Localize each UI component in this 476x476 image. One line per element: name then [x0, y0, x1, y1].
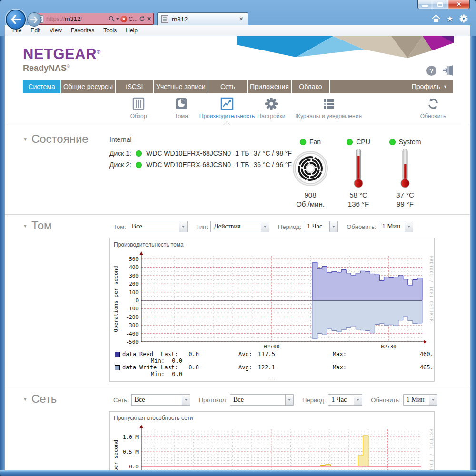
back-arrow-icon	[10, 15, 21, 24]
network-select[interactable]: Все	[131, 394, 190, 406]
window-minimize-button[interactable]	[417, 0, 432, 9]
tab-title: rn312	[172, 16, 188, 23]
refresh-icon	[426, 97, 440, 110]
refresh-select[interactable]: 1 Мин	[379, 221, 413, 232]
chevron-down-icon: ▼	[443, 84, 447, 89]
search-dropdown-caret-icon[interactable]	[116, 18, 119, 20]
address-bar[interactable]: https://rn312/ ✕ C... ✕	[33, 13, 154, 25]
browser-tab[interactable]: rn312 ✕	[157, 12, 248, 25]
chevron-down-icon	[182, 395, 190, 405]
divider	[5, 214, 470, 215]
address-path: /	[80, 15, 82, 22]
network-chart: Пропускная способность сети 1.0 M0.5 M0.…	[109, 411, 435, 470]
tab-cloud[interactable]: Облако	[292, 80, 329, 93]
performance-icon	[220, 97, 234, 110]
tab-network[interactable]: Сеть	[208, 80, 247, 93]
collapse-caret-icon: ▼	[23, 137, 28, 142]
browser-navigation-row: https://rn312/ ✕ C... ✕ rn312 ✕ ★	[0, 12, 476, 25]
legend-swatch-read	[115, 352, 120, 357]
svg-text:500: 500	[129, 256, 139, 262]
gauge-system: System 37 °C 99 °F	[377, 137, 434, 208]
svg-text:-400: -400	[126, 331, 139, 337]
subnav-refresh[interactable]: Обновить	[412, 97, 455, 119]
tab-accounts[interactable]: Учетные записи	[154, 80, 208, 93]
status-ok-icon	[300, 139, 306, 145]
refresh-page-icon[interactable]	[139, 16, 145, 22]
volume-filters: Том: Все Тип: Действия Период: 1 Час Обн…	[113, 221, 413, 232]
stop-icon[interactable]: ✕	[147, 16, 151, 22]
network-filters: Сеть: Все Протокол: Все Период: 1 Час Об…	[113, 394, 437, 406]
refresh-select[interactable]: 1 Мин	[403, 394, 437, 406]
home-button[interactable]	[431, 14, 441, 23]
close-icon: ✕	[456, 1, 461, 8]
resize-handle[interactable]: ....	[110, 377, 434, 381]
period-select[interactable]: 1 Час	[304, 221, 338, 232]
protocol-select[interactable]: Все	[230, 394, 294, 406]
svg-text:-500: -500	[126, 339, 139, 345]
tab-shares[interactable]: Общие ресурсы	[61, 80, 115, 93]
chevron-down-icon	[179, 221, 187, 232]
tab-close-icon[interactable]: ✕	[239, 16, 244, 22]
tab-apps[interactable]: Приложения	[248, 80, 291, 93]
section-status-title[interactable]: ▼ Состояние	[23, 132, 89, 146]
window-maximize-button[interactable]	[432, 0, 448, 9]
menu-help[interactable]: Help	[126, 27, 138, 34]
svg-text:02:30: 02:30	[381, 344, 397, 350]
browser-window: ✕ https://rn312/ ✕ C... ✕ rn312 ✕	[0, 0, 476, 476]
tab-system[interactable]: Система	[23, 80, 60, 93]
logout-button[interactable]	[442, 65, 454, 78]
period-select[interactable]: 1 Час	[328, 394, 362, 406]
minimize-icon	[422, 5, 428, 7]
logout-door-icon	[442, 65, 454, 76]
volume-select[interactable]: Все	[129, 221, 188, 232]
chart-title: Производительность тома	[114, 241, 184, 248]
section-volume-title[interactable]: ▼ Том	[23, 219, 52, 232]
status-ok-icon	[347, 139, 353, 145]
certificate-error-icon[interactable]: ✕	[120, 16, 127, 22]
volume-chart: Производительность тома 5004003002001000…	[109, 238, 435, 382]
svg-text:-100: -100	[126, 306, 139, 312]
question-icon: ?	[429, 67, 434, 75]
star-icon: ★	[446, 14, 453, 24]
disk-group-label: Internal	[109, 136, 292, 143]
overview-icon	[132, 97, 145, 110]
readynas-logo: ReadyNAS®	[23, 63, 70, 73]
type-select[interactable]: Действия	[210, 221, 269, 232]
home-icon	[432, 15, 440, 22]
menu-favorites[interactable]: Favorites	[71, 27, 94, 34]
window-close-button[interactable]: ✕	[448, 0, 470, 9]
favorites-button[interactable]: ★	[445, 14, 455, 23]
section-network-title[interactable]: ▼ Сеть	[23, 392, 57, 406]
svg-text:02:00: 02:00	[264, 344, 279, 350]
menu-edit[interactable]: Edit	[30, 27, 40, 34]
divider	[5, 125, 470, 125]
collapse-caret-icon: ▼	[23, 223, 28, 228]
subnav-logs[interactable]: Журналы и уведомления	[283, 97, 374, 119]
tools-button[interactable]	[459, 14, 468, 23]
menu-view[interactable]: View	[50, 27, 62, 34]
profile-menu[interactable]: Профиль▼	[330, 80, 453, 93]
svg-text:RRDTOOL / TOBI OETIKER: RRDTOOL / TOBI OETIKER	[429, 429, 433, 470]
window-titlebar[interactable]: ✕	[0, 0, 476, 12]
collapse-caret-icon: ▼	[23, 397, 28, 402]
chevron-down-icon	[354, 395, 362, 405]
subnav-overview[interactable]: Обзор	[122, 97, 155, 119]
svg-text:RRDTOOL / TOBI OETIKER: RRDTOOL / TOBI OETIKER	[429, 256, 433, 322]
menu-bar: FileEditViewFavoritesToolsHelp	[5, 25, 470, 36]
main-nav: Система Общие ресурсы iSCSI Учетные запи…	[23, 80, 453, 93]
maximize-icon	[437, 2, 443, 7]
browser-forward-button[interactable]	[27, 12, 41, 27]
svg-text:-200: -200	[126, 314, 139, 320]
help-button[interactable]: ?	[426, 66, 436, 76]
search-icon[interactable]	[109, 16, 115, 22]
menu-tools[interactable]: Tools	[103, 27, 117, 34]
divider	[5, 388, 470, 388]
chevron-down-icon	[429, 395, 437, 405]
volumes-icon	[175, 97, 188, 110]
browser-back-button[interactable]	[6, 10, 26, 30]
tab-iscsi[interactable]: iSCSI	[116, 80, 153, 93]
disk-status-block: Internal Диск 1: WDC WD10EFRX-68JCSN01 Т…	[109, 136, 292, 169]
certificate-error-text[interactable]: C...	[129, 16, 138, 22]
chevron-down-icon	[405, 221, 413, 232]
gear-icon	[459, 14, 468, 23]
